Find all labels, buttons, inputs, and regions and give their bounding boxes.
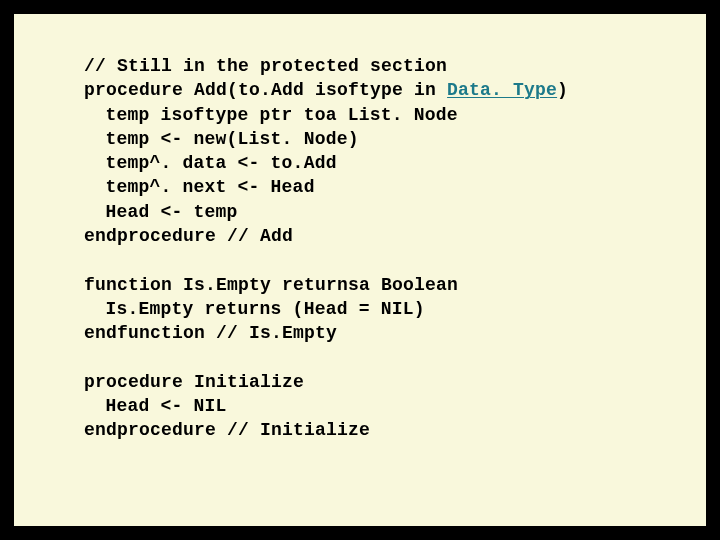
code-line: temp^. next <- Head <box>106 177 315 197</box>
code-line: Is.Empty returns (Head = NIL) <box>106 299 425 319</box>
slide-frame: // Still in the protected section proced… <box>0 0 720 540</box>
code-line: endfunction // Is.Empty <box>84 323 337 343</box>
code-panel: // Still in the protected section proced… <box>12 12 708 528</box>
code-line: temp isoftype ptr toa List. Node <box>106 105 458 125</box>
code-line: endprocedure // Add <box>84 226 293 246</box>
code-line: temp^. data <- to.Add <box>106 153 337 173</box>
type-link: Data. Type <box>447 80 557 100</box>
code-line: temp <- new(List. Node) <box>106 129 359 149</box>
code-line: // Still in the protected section <box>84 56 447 76</box>
code-line: procedure Add(to.Add isoftype in Data. T… <box>84 80 568 100</box>
code-block: // Still in the protected section proced… <box>84 54 686 443</box>
code-line: procedure Initialize <box>84 372 304 392</box>
code-line: Head <- temp <box>106 202 238 222</box>
code-line: endprocedure // Initialize <box>84 420 370 440</box>
code-line: function Is.Empty returnsa Boolean <box>84 275 458 295</box>
code-line: Head <- NIL <box>106 396 227 416</box>
